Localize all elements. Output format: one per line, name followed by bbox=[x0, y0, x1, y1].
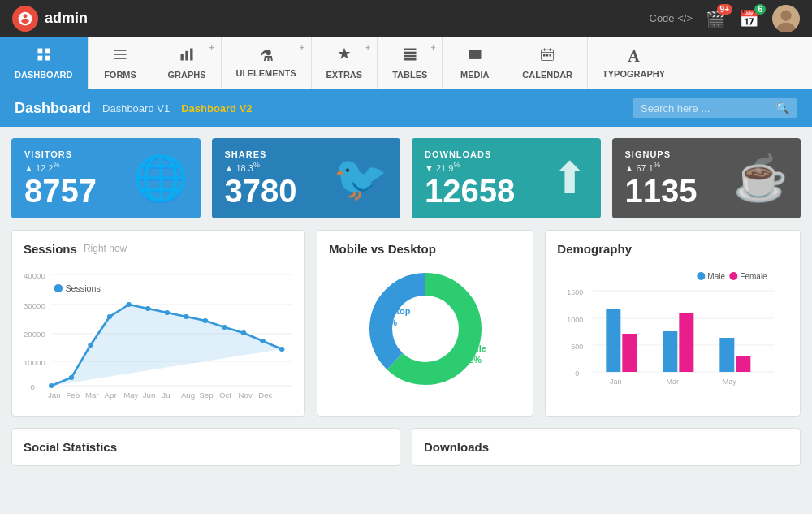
svg-text:Oct: Oct bbox=[219, 391, 231, 400]
topbar: admin Code </> 🎬 9+ 📅 6 bbox=[0, 0, 812, 37]
svg-text:Jul: Jul bbox=[162, 391, 171, 400]
svg-rect-15 bbox=[404, 54, 416, 57]
donut-chart: Desktop 38% Mobile 62% bbox=[329, 264, 521, 394]
donut-panel: Mobile vs Desktop Desktop 38% Mobile 6 bbox=[317, 230, 533, 417]
downloads-panel: Downloads bbox=[412, 428, 801, 466]
svg-point-41 bbox=[184, 314, 188, 319]
extras-icon bbox=[336, 46, 352, 67]
svg-rect-4 bbox=[45, 48, 50, 53]
svg-text:Mar: Mar bbox=[667, 378, 680, 386]
social-statistics-panel: Social Statistics bbox=[11, 428, 400, 466]
breadcrumb-bar: Dashboard Dashboard V1 Dashboard V2 🔍 bbox=[0, 89, 812, 127]
tab-calendar-label: CALENDAR bbox=[522, 70, 572, 80]
svg-text:Mobile: Mobile bbox=[458, 343, 486, 353]
tab-extras[interactable]: EXTRAS + bbox=[312, 37, 378, 89]
svg-rect-87 bbox=[736, 356, 751, 372]
search-input[interactable] bbox=[641, 102, 771, 114]
svg-text:38%: 38% bbox=[379, 317, 397, 327]
svg-point-34 bbox=[49, 383, 54, 388]
svg-point-40 bbox=[165, 310, 170, 315]
svg-text:0: 0 bbox=[576, 369, 580, 378]
page-title: Dashboard bbox=[15, 100, 91, 117]
demography-panel: Demography Male Female 1500 1000 500 0 bbox=[545, 230, 801, 417]
svg-text:Mar: Mar bbox=[85, 391, 99, 400]
ui-plus: + bbox=[300, 43, 304, 52]
svg-rect-13 bbox=[404, 48, 416, 50]
svg-text:62%: 62% bbox=[464, 355, 482, 365]
svg-rect-84 bbox=[680, 313, 694, 372]
svg-rect-22 bbox=[550, 54, 552, 57]
sessions-chart: 40000 30000 20000 10000 0 bbox=[24, 264, 293, 404]
tab-graphs[interactable]: GRAPHS + bbox=[153, 37, 222, 89]
svg-rect-11 bbox=[185, 50, 188, 60]
tab-media-label: MEDIA bbox=[460, 70, 489, 80]
stat-card-shares: SHARES ▲ 18.3% 3780 🐦 bbox=[212, 138, 401, 218]
stat-card-downloads: DOWNLOADS ▼ 21.9% 12658 ⬆ bbox=[412, 138, 601, 218]
svg-text:Sessions: Sessions bbox=[65, 284, 100, 293]
sessions-title: Sessions Right now bbox=[24, 242, 293, 256]
svg-point-1 bbox=[780, 10, 791, 20]
svg-text:Female: Female bbox=[741, 272, 768, 281]
svg-text:May: May bbox=[123, 391, 139, 400]
svg-text:Feb: Feb bbox=[66, 391, 80, 400]
tab-tables[interactable]: TABLES + bbox=[378, 37, 443, 89]
chart-row: Sessions Right now 40000 30000 20000 100… bbox=[11, 230, 801, 417]
visitors-change: ▲ 12.2% bbox=[24, 161, 97, 173]
calendar-nav-icon bbox=[539, 46, 555, 67]
svg-point-38 bbox=[126, 302, 131, 307]
svg-rect-12 bbox=[190, 48, 192, 60]
tab-dashboard-label: DASHBOARD bbox=[15, 70, 73, 80]
media-icon bbox=[467, 46, 483, 67]
typography-icon: A bbox=[628, 47, 639, 66]
avatar[interactable] bbox=[772, 5, 800, 32]
svg-text:30000: 30000 bbox=[24, 302, 45, 310]
extras-plus: + bbox=[365, 43, 370, 52]
topbar-left: admin bbox=[12, 6, 88, 32]
tab-media[interactable]: MEDIA bbox=[443, 37, 508, 89]
svg-text:1000: 1000 bbox=[568, 316, 584, 324]
tab-forms[interactable]: FORMS bbox=[89, 37, 153, 89]
downloads-change: ▼ 21.9% bbox=[425, 161, 515, 173]
search-box[interactable]: 🔍 bbox=[633, 98, 797, 118]
graphs-icon bbox=[179, 46, 195, 67]
svg-text:Jun: Jun bbox=[143, 391, 156, 400]
tables-icon bbox=[402, 46, 418, 67]
navtabs: DASHBOARD FORMS GRAPHS + ⚗ UI ELEMENTS +… bbox=[0, 37, 812, 89]
svg-text:0: 0 bbox=[31, 383, 35, 391]
svg-rect-81 bbox=[623, 334, 637, 372]
shares-value: 3780 bbox=[225, 175, 297, 207]
svg-text:Desktop: Desktop bbox=[375, 306, 411, 316]
breadcrumb-v1[interactable]: Dashboard V1 bbox=[102, 102, 170, 114]
code-label[interactable]: Code </> bbox=[650, 12, 693, 24]
shares-change: ▲ 18.3% bbox=[225, 161, 297, 173]
svg-marker-33 bbox=[51, 305, 282, 386]
svg-rect-5 bbox=[37, 55, 42, 60]
logo-icon bbox=[12, 6, 38, 32]
tab-calendar[interactable]: CALENDAR bbox=[508, 37, 588, 89]
demography-chart: Male Female 1500 1000 500 0 bbox=[557, 264, 788, 404]
svg-rect-6 bbox=[45, 55, 50, 60]
svg-point-45 bbox=[260, 339, 265, 343]
tab-typography[interactable]: A TYPOGRAPHY bbox=[588, 37, 680, 89]
downloads-panel-title: Downloads bbox=[424, 440, 788, 454]
notifications-icon[interactable]: 🎬 9+ bbox=[706, 9, 726, 28]
svg-text:Apr: Apr bbox=[105, 391, 117, 400]
stat-cards: VISITORS ▲ 12.2% 8757 🌐 SHARES ▲ 18.3% 3… bbox=[11, 138, 801, 218]
svg-rect-9 bbox=[114, 58, 127, 59]
search-icon[interactable]: 🔍 bbox=[775, 102, 789, 114]
svg-point-47 bbox=[54, 284, 63, 292]
svg-point-35 bbox=[69, 375, 74, 380]
signups-value: 1135 bbox=[625, 175, 698, 207]
tab-ui-elements[interactable]: ⚗ UI ELEMENTS + bbox=[222, 37, 312, 89]
graphs-plus: + bbox=[209, 43, 214, 52]
calendar-icon[interactable]: 📅 6 bbox=[739, 9, 759, 28]
svg-rect-7 bbox=[114, 50, 127, 51]
signups-label: SIGNUPS bbox=[625, 149, 698, 159]
breadcrumb-v2[interactable]: Dashboard V2 bbox=[181, 102, 252, 114]
svg-text:May: May bbox=[723, 378, 737, 386]
sessions-subtitle: Right now bbox=[84, 243, 127, 254]
tab-dashboard[interactable]: DASHBOARD bbox=[0, 37, 89, 89]
svg-rect-80 bbox=[607, 309, 621, 372]
svg-point-44 bbox=[241, 330, 246, 335]
svg-text:Jan: Jan bbox=[610, 378, 622, 386]
